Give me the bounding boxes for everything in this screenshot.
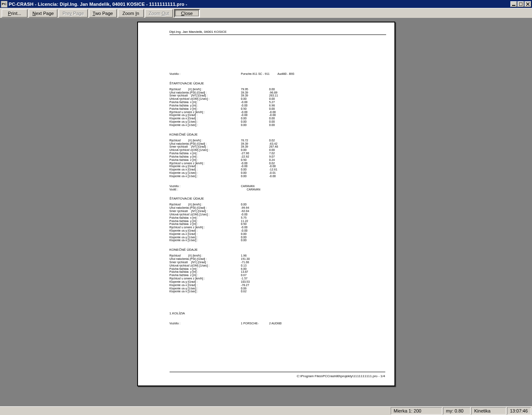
data-row: Poloha ťažiska y [m] :13.87 (170, 270, 386, 274)
data-row: Uhlová rýchlosť z(OM) [1/sec] :-0.00 (170, 213, 386, 216)
data-row: Smer rýchlosti (NY) [Grad] :39.39267.48 (170, 145, 386, 148)
app-icon: PC (1, 1, 7, 7)
window-title: PC-CRASH - Licencia: Dipl.Ing. Jan Mande… (9, 2, 510, 7)
svg-rect-0 (512, 5, 515, 6)
data-row: Uhol natočenia (PSI) [Grad] :-99.94 (170, 206, 386, 210)
data-row: Rýchlosť u smere z [km/h] :-1.57 (170, 277, 386, 280)
minimize-button[interactable] (510, 1, 517, 7)
preview-viewport[interactable]: Dipl.Ing. Jan Mandelik, 04001 KOSICE Voz… (0, 18, 532, 406)
vehicle3-row: Vozidlo : CARAVAN (170, 185, 386, 188)
report-header: Dipl.Ing. Jan Mandelik, 04001 KOSICE (170, 30, 386, 34)
data-row: Poloha ťažiska x [m] :-27.907.02 (170, 152, 386, 155)
data-row: Uhol natočenia (PSI) [Grad] :151.30 (170, 257, 386, 261)
data-row: Klopenie os-y [Grad] :-0.00-0.00 (170, 165, 386, 168)
data-row: Klopenie os-x [Grad] :0.00 (170, 232, 386, 236)
data-row: Rýchlosť u smere z [km/h] :-0.00 (170, 226, 386, 229)
data-row: Poloha ťažiska y [m] :-0.006.98 (170, 104, 386, 107)
data-row: Poloha ťažiska x [m] :6.00 (170, 267, 386, 271)
data-row: Poloha ťažiska y [m] :11.22 (170, 220, 386, 223)
data-row: Poloha ťažiska y [m] :-22.929.07 (170, 155, 386, 158)
kolizia-vehicles: Vozidlo : 1 PORSCHE- 2 AUDI80 (170, 322, 386, 325)
data-row: Uhlová rýchlosť z(OM) [1/sec] :0.000.00 (170, 97, 386, 101)
data-row: Rýchlosť (V) [km/h] :79.950.00 (170, 88, 386, 91)
vodic-row: Vodič : CARAVAN (170, 188, 386, 191)
status-mode: Kinetika (471, 407, 506, 415)
data-row: Uhlová rýchlosť z(OM) [1/sec] :0.13 (170, 264, 386, 267)
section-end-1: KONEČNÉ ÚDAJE (170, 133, 386, 136)
two-page-button[interactable]: Two Page (89, 9, 117, 17)
data-row: Klopenie os-x [1/sec] :0.00-0.00 (170, 175, 386, 178)
data-row: Klopenie os-y [1/sec] :0.000.00 (170, 120, 386, 124)
data-row: Poloha ťažiska x [m] :5.75 (170, 216, 386, 220)
svg-rect-1 (519, 2, 522, 6)
data-row: Smer rýchlosti (NY) [Grad] :-71.06 (170, 261, 386, 264)
data-row: Klopenie os-x [Grad] :0.000.00 (170, 117, 386, 120)
section-end-2: KONEČNÉ ÚDAJE (170, 248, 386, 252)
close-button[interactable]: Close (174, 9, 200, 17)
window-controls (510, 1, 531, 7)
data-row: Poloha ťažiska z [m] :0.50 (170, 222, 386, 226)
status-time: 13:07:46 (507, 407, 531, 415)
data-row: Poloha ťažiska x [m] :-0.005.27 (170, 101, 386, 104)
kolizia-heading: 1.KOLÍZIA (170, 311, 386, 315)
window-titlebar: PC PC-CRASH - Licencia: Dipl.Ing. Jan Ma… (0, 0, 532, 8)
data-row: Uhol natočenia (PSI) [Grad] :39.39-96.89 (170, 91, 386, 94)
close-window-button[interactable] (525, 1, 531, 7)
next-page-button[interactable]: Next Page (29, 9, 57, 17)
data-row: Rýchlosť u smere z [km/h] :-0.000.02 (170, 162, 386, 165)
data-row: Klopenie os-y [Grad] :-0.00-0.00 (170, 114, 386, 117)
footer-rule (170, 372, 385, 372)
status-scale: Mierka 1: 200 (391, 407, 442, 415)
data-row: Klopenie os-x [1/sec] :0.62 (170, 290, 386, 293)
zoom-out-button: Zoom Out (145, 9, 173, 17)
data-row: Smer rýchlosti (NY) [Grad] :39.39263.11 (170, 94, 386, 97)
page-footer: C:\Program Files\PCCrash80\projekty\1111… (297, 374, 385, 378)
data-row: Rýchlosť (V) [km/h] :0.00 (170, 203, 386, 206)
zoom-in-button[interactable]: Zoom In (118, 9, 144, 17)
data-row: Poloha ťažiska z [m] :0.500.00 (170, 107, 386, 111)
data-row: Rýchlosť (V) [km/h] :76.720.02 (170, 139, 386, 142)
data-row: Rýchlosť (V) [km/h] :1.98 (170, 254, 386, 257)
status-bar: Mierka 1: 200 my: 0.80 Kinetika 13:07:46 (0, 406, 532, 415)
data-row: Klopenie os-y [1/sec] :0.06 (170, 287, 386, 290)
data-row: Klopenie os-x [Grad] :-78.27 (170, 284, 386, 287)
maximize-button[interactable] (517, 1, 524, 7)
data-row: Klopenie os-x [1/sec] :0.00 (170, 239, 386, 242)
data-row: Uhol natočenia (PSI) [Grad] :39.39-63.42 (170, 142, 386, 146)
data-row: Klopenie os-y [Grad] :103.53 (170, 280, 386, 284)
data-row: Poloha ťažiska z [m] :0.67 (170, 274, 386, 277)
print-button[interactable]: Print... (2, 9, 27, 17)
page-content: Dipl.Ing. Jan Mandelik, 04001 KOSICE Voz… (170, 30, 386, 378)
preview-page[interactable]: Dipl.Ing. Jan Mandelik, 04001 KOSICE Voz… (137, 22, 395, 386)
vehicle-header-row: Vozidlo : Porsche-911 SC - 911 Audi80 - … (170, 72, 386, 76)
status-my: my: 0.80 (443, 407, 470, 415)
data-row: Klopenie os-y [1/sec] :0.00-0.01 (170, 171, 386, 175)
data-row: Klopenie os-y [1/sec] :0.00 (170, 236, 386, 239)
section-start-1: ŠTARTOVACIE ÚDAJE (170, 82, 386, 85)
prev-page-button: Prev Page (59, 9, 87, 17)
section-start-2: ŠTARTOVACIE ÚDAJE (170, 197, 386, 200)
data-row: Rýchlosť u smere z [km/h] :-0.00-0.00 (170, 111, 386, 114)
data-row: Smer rýchlosti (NY) [Grad] :-92.04 (170, 210, 386, 213)
data-row: Klopenie os-x [1/sec] :0.000.00 (170, 124, 386, 127)
data-row: Uhlová rýchlosť z(OM) [1/sec] :0.000.00 (170, 148, 386, 152)
data-row: Klopenie os-y [Grad] :-0.00 (170, 229, 386, 232)
print-preview-toolbar: Print... Next Page Prev Page Two Page Zo… (0, 8, 532, 18)
data-row: Klopenie os-x [Grad] :0.00-12.61 (170, 168, 386, 171)
data-row: Poloha ťažiska z [m] :0.500.24 (170, 158, 386, 162)
